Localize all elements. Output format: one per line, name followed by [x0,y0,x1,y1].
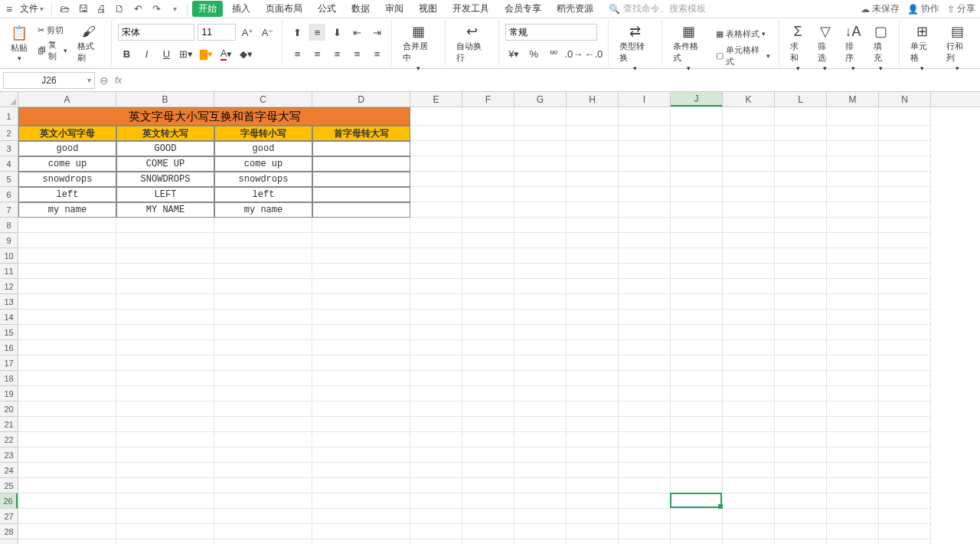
cell[interactable] [723,371,775,386]
indent-increase-icon[interactable]: ⇥ [368,24,385,41]
cell[interactable] [116,432,214,447]
cell[interactable] [116,417,214,432]
cell[interactable] [619,524,671,539]
cell[interactable] [214,509,312,524]
cell[interactable] [312,539,410,544]
font-color-button[interactable]: A▾ [217,46,234,63]
cell[interactable] [18,524,116,539]
cell[interactable] [879,187,931,202]
cell[interactable] [879,447,931,463]
cell[interactable] [567,126,619,141]
cell[interactable] [567,233,619,248]
cell[interactable] [567,156,619,172]
cell[interactable] [462,371,514,386]
cell[interactable] [879,340,931,356]
cell[interactable] [462,325,514,340]
cell[interactable] [116,294,214,310]
cell[interactable] [514,233,567,248]
cell[interactable] [18,264,116,279]
cell[interactable] [514,356,567,371]
cell[interactable] [723,524,775,539]
cell[interactable] [214,248,312,264]
cell[interactable] [619,478,671,493]
row-header-17[interactable]: 17 [0,356,18,371]
cell[interactable] [879,310,931,325]
cell[interactable] [514,478,567,493]
cell[interactable] [827,463,879,478]
cell[interactable] [827,447,879,463]
cell[interactable] [827,386,879,401]
cell[interactable] [619,432,671,447]
cell[interactable] [723,310,775,325]
cell[interactable] [410,233,462,248]
cell[interactable] [462,478,514,493]
cell[interactable] [514,447,567,463]
cell[interactable] [312,386,410,401]
cell[interactable] [410,539,462,544]
cell[interactable] [723,432,775,447]
row-header-13[interactable]: 13 [0,294,18,310]
cell[interactable] [671,432,723,447]
cell[interactable] [567,325,619,340]
cell[interactable] [775,172,827,187]
rowcol-button[interactable]: ▤行和列▾ [942,21,974,74]
col-header-B[interactable]: B [116,92,214,107]
cell[interactable] [514,202,567,218]
cell[interactable] [723,248,775,264]
cell[interactable] [410,524,462,539]
cell[interactable]: come up [18,156,116,172]
unsaved-status[interactable]: ☁未保存 [861,2,900,15]
cell[interactable] [462,432,514,447]
cell[interactable] [567,248,619,264]
cell[interactable] [462,294,514,310]
formula-input[interactable] [126,72,977,89]
decrease-decimal-icon[interactable]: ←.0 [585,46,602,63]
cell[interactable] [214,233,312,248]
cell[interactable] [116,264,214,279]
cell[interactable] [879,172,931,187]
cell[interactable] [18,463,116,478]
cell[interactable] [18,279,116,294]
cell[interactable] [462,202,514,218]
col-header-I[interactable]: I [619,92,671,107]
cell[interactable] [567,386,619,401]
cell[interactable] [312,141,410,156]
cell[interactable] [827,233,879,248]
row-header-12[interactable]: 12 [0,279,18,294]
cell[interactable] [410,386,462,401]
cell[interactable] [116,524,214,539]
row-header-8[interactable]: 8 [0,218,18,233]
cell[interactable] [671,202,723,218]
cell[interactable] [116,478,214,493]
cell[interactable] [775,386,827,401]
row-header-7[interactable]: 7 [0,202,18,218]
cell[interactable] [879,248,931,264]
cell[interactable] [567,401,619,417]
cell[interactable] [462,126,514,141]
cell[interactable] [462,218,514,233]
justify-icon[interactable]: ≡ [348,46,365,63]
cell[interactable] [619,325,671,340]
cell[interactable] [410,463,462,478]
cell[interactable] [723,509,775,524]
cell[interactable] [116,447,214,463]
cell[interactable] [723,218,775,233]
cell[interactable] [312,218,410,233]
cell[interactable] [567,493,619,509]
cell[interactable] [671,524,723,539]
cell[interactable] [462,248,514,264]
cell[interactable] [775,417,827,432]
cell[interactable] [775,478,827,493]
cell[interactable] [879,432,931,447]
sum-button[interactable]: Σ求和▾ [786,22,810,74]
cell[interactable] [514,325,567,340]
cell[interactable] [879,539,931,544]
tab-member[interactable]: 会员专享 [498,1,547,17]
cell[interactable] [723,401,775,417]
cell[interactable] [410,493,462,509]
preview-icon[interactable]: 🗋 [112,2,127,17]
cell[interactable] [514,294,567,310]
cell[interactable] [619,279,671,294]
cell[interactable] [619,218,671,233]
cell[interactable] [116,310,214,325]
